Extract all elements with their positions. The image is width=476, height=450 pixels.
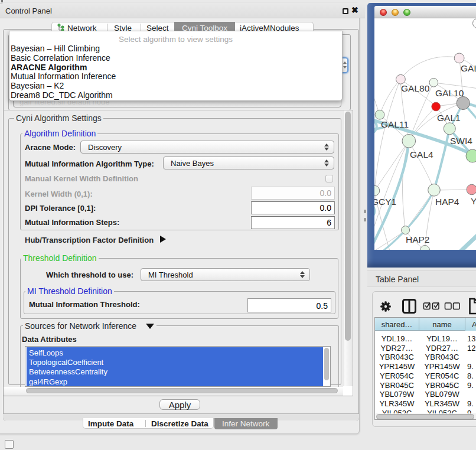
svg-text:Y: Y xyxy=(471,196,476,206)
svg-text:GAL11: GAL11 xyxy=(381,119,409,129)
svg-text:GAL7: GAL7 xyxy=(461,63,476,73)
svg-text:SWI4: SWI4 xyxy=(450,136,472,146)
svg-text:GCY1: GCY1 xyxy=(374,197,396,207)
svg-text:HAP4: HAP4 xyxy=(435,197,459,207)
svg-text:GAL80: GAL80 xyxy=(401,83,430,93)
svg-text:GAL4: GAL4 xyxy=(410,149,433,159)
svg-text:GAL10: GAL10 xyxy=(435,88,464,98)
svg-text:GAL1: GAL1 xyxy=(437,113,461,123)
svg-text:HAP2: HAP2 xyxy=(406,234,430,244)
